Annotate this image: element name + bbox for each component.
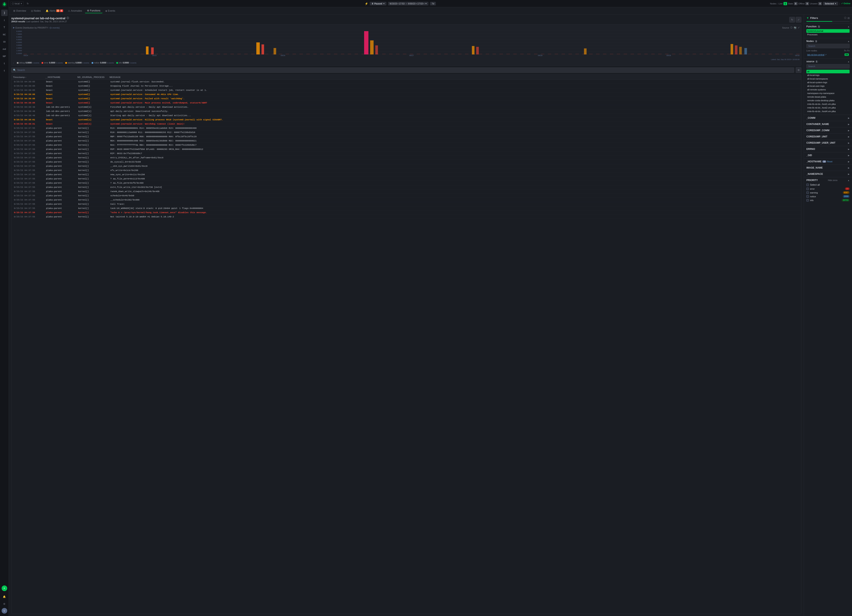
table-row[interactable]: 9/25/23 04:37:55plaka-parentkernel[]RDX:…: [11, 139, 801, 143]
source-option-all-local-namespaces[interactable]: all-local-namespaces: [807, 77, 850, 80]
namespace-filter-header[interactable]: _NAMESPACE ▶: [804, 171, 852, 177]
priority-hide-zeros[interactable]: Hide zeros: [828, 179, 837, 181]
function-option-processes[interactable]: Processes: [807, 33, 850, 36]
node-entry-log-central[interactable]: lab-nd-log-central ⬀ ON: [807, 53, 850, 57]
col-message[interactable]: MESSAGE: [110, 76, 799, 79]
selected-button[interactable]: Selected ▼: [823, 2, 838, 5]
table-row[interactable]: 9/25/23 04:39:05beastsystemd[]systemd-jo…: [11, 92, 801, 97]
table-row[interactable]: 9/25/23 04:37:55plaka-parentkernel[]RAX:…: [11, 143, 801, 147]
sidebar-bell-icon[interactable]: 🔔: [1, 593, 8, 600]
refresh-button[interactable]: ↻: [789, 17, 795, 23]
nodes-search[interactable]: [807, 44, 850, 48]
table-row[interactable]: 9/25/23 04:38:48lab-nd-dev-parent1system…: [11, 105, 801, 109]
time-range[interactable]: 9/23/23 • 17:53 → 9/30/23 • 17:53 • ▼: [388, 2, 428, 5]
error-checkbox[interactable]: [807, 188, 809, 190]
source-option-all-local-user-logs[interactable]: all-local-user-logs: [807, 84, 850, 88]
source-info-icon[interactable]: ⓘ: [790, 26, 793, 29]
image-name-filter-header[interactable]: IMAGE_NAME ▶: [804, 165, 852, 171]
source-option-all[interactable]: all: [807, 70, 850, 73]
table-row[interactable]: 9/25/23 04:39:05beastsystemd[]systemd-jo…: [11, 88, 801, 92]
sidebar-item-md[interactable]: md: [1, 46, 8, 52]
source-search[interactable]: [807, 64, 850, 68]
table-row[interactable]: 9/25/23 04:37:55plaka-parentkernel[]RSP:…: [11, 147, 801, 151]
source-fullscreen-icon[interactable]: ⤢: [798, 26, 799, 29]
priority-chevron[interactable]: ▲: [847, 179, 850, 181]
table-row[interactable]: 9/25/23 04:37:55plaka-parentkernel[]ext4…: [11, 185, 801, 189]
table-row[interactable]: 9/25/23 04:37:55plaka-parentkernel[]__x6…: [11, 164, 801, 168]
source-filter-header[interactable]: source 1 ▲: [807, 60, 850, 63]
coredump-comm-filter-header[interactable]: COREDUMP_COMM ▶: [804, 127, 852, 133]
nav-nodes[interactable]: ◎ Nodes: [29, 9, 43, 13]
sidebar-item-np[interactable]: NP: [1, 53, 8, 59]
table-row[interactable]: 9/25/23 04:37:55plaka-parentkernel[]vfs_…: [11, 168, 801, 172]
source-option-rmte-host1[interactable]: rmte-lb-nd-dv...host1.vm.plka: [807, 102, 850, 106]
select-all-checkbox[interactable]: [807, 184, 809, 186]
expand-button[interactable]: ⤢: [796, 17, 801, 23]
instance-select[interactable]: ⬡ local ▼: [11, 2, 24, 6]
table-row[interactable]: 9/25/23 04:37:55plaka-parentkernel[]R10:…: [11, 130, 801, 134]
table-row[interactable]: 9/25/23 04:39:05beastsystemd[]systemd-jo…: [11, 97, 801, 101]
table-row[interactable]: 9/25/23 04:38:01beastsystemd[1]systemd-j…: [11, 122, 801, 126]
table-row[interactable]: 9/25/23 04:37:55plaka-parentkernel[]? aa…: [11, 181, 801, 185]
status-badge[interactable]: ⏸ Paused ▼: [370, 2, 387, 5]
errno-filter-header[interactable]: ERRNO ▶: [804, 146, 852, 152]
table-row[interactable]: 9/25/23 04:37:55plaka-parentkernel[]RIP:…: [11, 151, 801, 156]
gid-filter-header[interactable]: _GID ▶: [804, 152, 852, 159]
refresh-top-button[interactable]: ↻: [25, 1, 30, 6]
table-row[interactable]: 9/25/23 04:37:55plaka-parentkernel[]task…: [11, 206, 801, 211]
table-row[interactable]: 9/25/23 04:38:48lab-nd-dev-parent1system…: [11, 109, 801, 113]
source-option-all-remote-systems[interactable]: all-remote-systems: [807, 88, 850, 91]
table-row[interactable]: 9/25/23 04:37:55plaka-parentkernel[]sche…: [11, 194, 801, 198]
filter-info-icon[interactable]: ⓘ: [844, 17, 846, 20]
sidebar-item-i[interactable]: i: [1, 17, 8, 23]
search-input-wrapper[interactable]: 🔍: [11, 68, 794, 73]
col-timestamp[interactable]: Timestamp ↓: [13, 76, 45, 79]
source-option-remote-costa[interactable]: remote-costa-desktop.plaka: [807, 99, 850, 102]
source-option-all-local-logs[interactable]: all-local-logs: [807, 73, 850, 77]
source-option-all-local-system-logs[interactable]: all-local-system-logs: [807, 80, 850, 84]
nav-anomalies[interactable]: ⚠ Anomalies: [66, 9, 84, 13]
priority-select-all[interactable]: Select all: [807, 183, 850, 187]
warning-checkbox[interactable]: [807, 192, 809, 194]
source-camera-icon[interactable]: 📷: [794, 26, 796, 29]
hostname-reset-button[interactable]: Reset: [827, 160, 832, 163]
table-row[interactable]: 9/25/23 04:37:55plaka-parentkernel[]RBP:…: [11, 134, 801, 139]
table-row[interactable]: 9/25/23 04:37:55plaka-parentkernel[]__sc…: [11, 198, 801, 202]
sidebar-item-t2[interactable]: t: [1, 60, 8, 67]
sidebar-add-button[interactable]: +: [2, 586, 7, 591]
sidebar-item-oi[interactable]: OI: [1, 39, 8, 45]
source-option-remote-beast[interactable]: remote-beast.plaka: [807, 95, 850, 99]
table-row[interactable]: 9/25/23 04:37:55plaka-parentkernel[]entr…: [11, 156, 801, 160]
sidebar-settings-icon[interactable]: ⚙: [1, 601, 8, 607]
col-process[interactable]: ND_JOURNAL_PROCESS: [77, 76, 110, 79]
fn-label1[interactable]: Fn: [844, 50, 847, 52]
info-checkbox[interactable]: [807, 199, 809, 202]
sidebar-item-t3[interactable]: t: [1, 68, 8, 74]
table-row[interactable]: 9/25/23 04:37:55plaka-parentkernel[]Call…: [11, 202, 801, 206]
sidebar-item-t[interactable]: T: [1, 24, 8, 30]
col-hostname[interactable]: __HOSTNAME: [45, 76, 77, 79]
duration-badge[interactable]: 7d: [430, 2, 436, 5]
page-info-icon[interactable]: ⓘ: [66, 17, 69, 20]
table-row[interactable]: 9/25/23 04:38:01beastsystemd[1]systemd-j…: [11, 118, 801, 122]
search-input[interactable]: [17, 69, 792, 71]
table-row[interactable]: 9/25/23 04:37:55plaka-parentkernel[]do_s…: [11, 160, 801, 164]
container-name-filter-header[interactable]: CONTAINER_NAME ▶: [804, 121, 852, 127]
nav-events[interactable]: ◈ Events: [103, 9, 117, 13]
sidebar-item-nc[interactable]: NC: [1, 31, 8, 38]
fn-label2[interactable]: Fn: [847, 50, 850, 52]
table-row[interactable]: 9/25/23 04:37:55plaka-parentkernel[]Not …: [11, 215, 801, 219]
nav-functions[interactable]: ⚙ Functions: [85, 8, 103, 13]
table-row[interactable]: 9/25/23 04:37:55plaka-parentkernel[]rwse…: [11, 189, 801, 194]
coredump-user-unit-filter-header[interactable]: COREDUMP_USER_UNIT ▶: [804, 140, 852, 146]
filter-expand-icon[interactable]: ⊟: [847, 17, 850, 20]
nav-alerts[interactable]: 🔔 Alerts 0 0: [44, 9, 65, 13]
coredump-unit-filter-header[interactable]: COREDUMP_UNIT ▶: [804, 134, 852, 140]
table-row[interactable]: 9/25/23 04:39:05beastsystemd[]Stopping F…: [11, 84, 801, 88]
source-option-rmte-host4[interactable]: rmte-lb-nd-dv...host4.vm.plka: [807, 110, 850, 113]
table-row[interactable]: 9/25/23 04:37:55plaka-parentkernel[]R13:…: [11, 126, 801, 130]
hostname-filter-header[interactable]: _HOSTNAME 13 Reset ▶: [804, 159, 852, 165]
table-row[interactable]: 9/25/23 04:38:48lab-nd-dev-parent1system…: [11, 113, 801, 118]
table-row[interactable]: 9/25/23 04:37:55plaka-parentkernel[]"ech…: [11, 211, 801, 215]
log-settings-button[interactable]: ⚙: [796, 67, 801, 73]
